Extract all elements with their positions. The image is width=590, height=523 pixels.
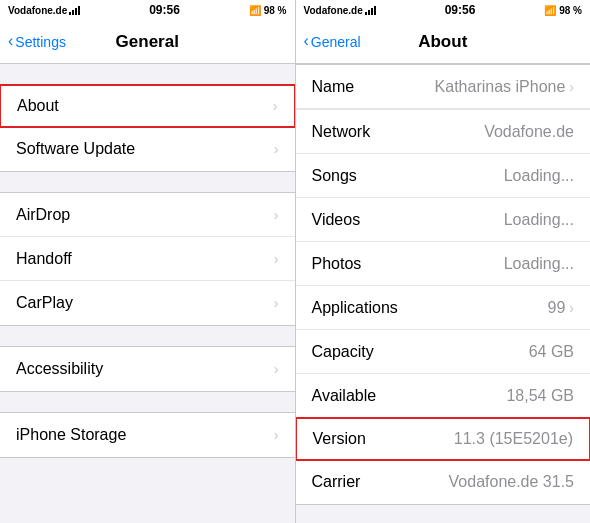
left-item-airdrop[interactable]: AirDrop › bbox=[0, 193, 295, 237]
left-bluetooth-icon: 📶 bbox=[249, 5, 261, 16]
left-storage-chevron: › bbox=[274, 427, 279, 443]
right-signal-icon bbox=[365, 5, 376, 15]
left-carplay-right: › bbox=[274, 295, 279, 311]
right-nav-bar: ‹ General About bbox=[296, 20, 591, 64]
right-back-button[interactable]: ‹ General bbox=[304, 34, 361, 50]
right-applications-value: 99 › bbox=[548, 299, 574, 317]
left-status-left: Vodafone.de bbox=[8, 5, 80, 16]
left-battery: 98 % bbox=[264, 5, 287, 16]
right-time: 09:56 bbox=[445, 3, 476, 17]
left-panel: Vodafone.de 09:56 📶 98 % ‹ Settings Gene… bbox=[0, 0, 295, 523]
right-nav-title: About bbox=[418, 32, 467, 52]
right-row-carrier[interactable]: Carrier Vodafone.de 31.5 bbox=[296, 460, 591, 504]
right-status-right: 📶 98 % bbox=[544, 5, 582, 16]
left-back-chevron: ‹ bbox=[8, 33, 13, 49]
left-item-iphone-storage[interactable]: iPhone Storage › bbox=[0, 413, 295, 457]
right-status-bar: Vodafone.de 09:56 📶 98 % bbox=[296, 0, 591, 20]
left-nav-title: General bbox=[116, 32, 179, 52]
right-row-photos[interactable]: Photos Loading... bbox=[296, 242, 591, 286]
left-item-carplay[interactable]: CarPlay › bbox=[0, 281, 295, 325]
right-row-version[interactable]: Version 11.3 (15E5201e) bbox=[296, 417, 591, 461]
left-time: 09:56 bbox=[149, 3, 180, 17]
left-airdrop-right: › bbox=[274, 207, 279, 223]
right-detail-list: Name Katharinas iPhone › Network Vodafon… bbox=[296, 64, 591, 505]
left-item-software-update[interactable]: Software Update › bbox=[0, 127, 295, 171]
right-applications-chevron: › bbox=[569, 300, 574, 316]
left-back-label: Settings bbox=[15, 34, 66, 50]
right-row-videos[interactable]: Videos Loading... bbox=[296, 198, 591, 242]
left-item-accessibility[interactable]: Accessibility › bbox=[0, 347, 295, 391]
left-signal-icon bbox=[69, 5, 80, 15]
left-group-4: iPhone Storage › bbox=[0, 412, 295, 458]
left-group-1: About › Software Update › bbox=[0, 84, 295, 172]
right-row-capacity[interactable]: Capacity 64 GB bbox=[296, 330, 591, 374]
left-status-right: 📶 98 % bbox=[249, 5, 287, 16]
left-carplay-chevron: › bbox=[274, 295, 279, 311]
left-accessibility-right: › bbox=[274, 361, 279, 377]
right-row-name[interactable]: Name Katharinas iPhone › bbox=[296, 65, 591, 109]
left-group-2: AirDrop › Handoff › CarPlay › bbox=[0, 192, 295, 326]
right-row-applications[interactable]: Applications 99 › bbox=[296, 286, 591, 330]
right-carrier: Vodafone.de bbox=[304, 5, 363, 16]
right-bluetooth-icon: 📶 bbox=[544, 5, 556, 16]
right-row-available[interactable]: Available 18,54 GB bbox=[296, 374, 591, 418]
left-airdrop-chevron: › bbox=[274, 207, 279, 223]
left-about-chevron: › bbox=[273, 98, 278, 114]
left-back-button[interactable]: ‹ Settings bbox=[8, 34, 66, 50]
right-battery: 98 % bbox=[559, 5, 582, 16]
left-software-chevron: › bbox=[274, 141, 279, 157]
left-handoff-right: › bbox=[274, 251, 279, 267]
left-software-right: › bbox=[274, 141, 279, 157]
left-nav-bar: ‹ Settings General bbox=[0, 20, 295, 64]
right-name-value: Katharinas iPhone › bbox=[435, 78, 574, 96]
right-back-label: General bbox=[311, 34, 361, 50]
left-group-3: Accessibility › bbox=[0, 346, 295, 392]
right-row-songs[interactable]: Songs Loading... bbox=[296, 154, 591, 198]
left-carrier: Vodafone.de bbox=[8, 5, 67, 16]
left-storage-right: › bbox=[274, 427, 279, 443]
right-row-network[interactable]: Network Vodafone.de bbox=[296, 110, 591, 154]
right-name-chevron: › bbox=[569, 79, 574, 95]
left-item-about[interactable]: About › bbox=[0, 84, 295, 128]
right-status-left: Vodafone.de bbox=[304, 5, 376, 16]
right-panel: Vodafone.de 09:56 📶 98 % ‹ General About… bbox=[296, 0, 591, 523]
left-about-right: › bbox=[273, 98, 278, 114]
left-accessibility-chevron: › bbox=[274, 361, 279, 377]
left-item-handoff[interactable]: Handoff › bbox=[0, 237, 295, 281]
left-handoff-chevron: › bbox=[274, 251, 279, 267]
right-back-chevron: ‹ bbox=[304, 33, 309, 49]
left-status-bar: Vodafone.de 09:56 📶 98 % bbox=[0, 0, 295, 20]
